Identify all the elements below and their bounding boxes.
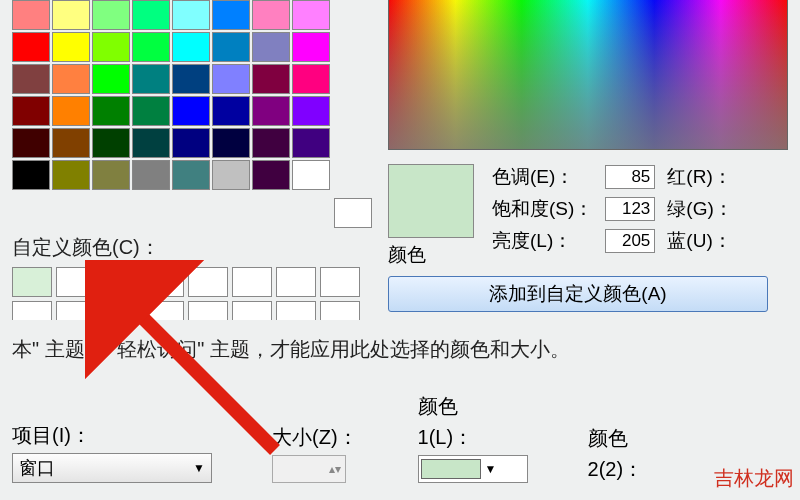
color2-label: 2(2)： [588,456,644,483]
hue-label: 色调(E)： [492,164,593,190]
custom-color-swatch[interactable] [232,267,272,297]
basic-color-swatch[interactable] [92,160,130,190]
basic-color-swatch[interactable] [252,32,290,62]
add-to-custom-button[interactable]: 添加到自定义颜色(A) [388,276,768,312]
chevron-down-icon: ▼ [193,461,205,475]
lum-label: 亮度(L)： [492,228,593,254]
basic-color-swatch[interactable] [12,160,50,190]
basic-color-swatch[interactable] [292,128,330,158]
size-spinner[interactable]: ▴▾ [272,455,346,483]
chevron-down-icon: ▼ [485,462,497,476]
watermark-text: 吉林龙网 [714,465,794,492]
item-combobox[interactable]: 窗口 ▼ [12,453,212,483]
hue-input[interactable] [605,165,655,189]
item-value: 窗口 [19,456,55,480]
basic-color-swatch[interactable] [132,96,170,126]
color1-chip [421,459,481,479]
basic-color-swatch[interactable] [132,0,170,30]
basic-color-swatch[interactable] [292,32,330,62]
custom-colors-label: 自定义颜色(C)： [12,234,372,261]
basic-color-swatch[interactable] [132,32,170,62]
custom-color-swatch[interactable] [276,267,316,297]
basic-color-swatch[interactable] [52,64,90,94]
color-spectrum[interactable] [388,0,788,150]
sat-label: 饱和度(S)： [492,196,593,222]
blue-label: 蓝(U)： [667,228,732,254]
basic-color-swatch[interactable] [132,64,170,94]
basic-color-swatch[interactable] [92,96,130,126]
basic-color-swatch[interactable] [252,64,290,94]
color1-heading: 颜色 [418,395,458,417]
basic-color-swatch[interactable] [172,96,210,126]
basic-color-swatch[interactable] [92,128,130,158]
basic-color-swatch[interactable] [212,32,250,62]
basic-color-swatch[interactable] [52,0,90,30]
basic-color-swatch[interactable] [52,96,90,126]
basic-color-swatch[interactable] [292,0,330,30]
lum-input[interactable] [605,229,655,253]
basic-color-swatch[interactable] [252,128,290,158]
basic-color-swatch[interactable] [12,0,50,30]
green-label: 绿(G)： [667,196,732,222]
basic-color-swatch[interactable] [172,32,210,62]
basic-color-swatch[interactable] [12,96,50,126]
hsl-rgb-inputs: 色调(E)： 红(R)： 饱和度(S)： 绿(G)： 亮度(L)： 蓝(U)： [492,164,733,254]
basic-color-swatch[interactable] [172,64,210,94]
theme-hint-text: 本" 主题或 "轻松访问" 主题，才能应用此处选择的颜色和大小。 [12,336,788,363]
custom-color-swatch[interactable] [144,267,184,297]
basic-color-swatch[interactable] [92,0,130,30]
basic-color-swatch[interactable] [12,64,50,94]
preview-group: 颜色 [388,164,474,268]
color2-heading: 颜色 [588,427,628,449]
custom-color-swatch[interactable] [100,267,140,297]
item-group: 项目(I)： 窗口 ▼ [12,422,212,483]
color2-group: 颜色 2(2)： [588,425,644,483]
color1-combobox[interactable]: ▼ [418,455,528,483]
basic-color-swatch[interactable] [212,64,250,94]
basic-color-swatch[interactable] [252,0,290,30]
basic-color-swatch[interactable] [212,128,250,158]
basic-color-swatch[interactable] [252,96,290,126]
basic-color-swatch[interactable] [132,160,170,190]
basic-color-swatch[interactable] [212,96,250,126]
item-label: 项目(I)： [12,422,212,449]
basic-color-swatch[interactable] [172,128,210,158]
custom-color-swatch[interactable] [56,267,96,297]
basic-color-swatch[interactable] [292,96,330,126]
extra-swatch[interactable] [334,198,372,228]
basic-color-swatch[interactable] [172,0,210,30]
basic-color-swatch[interactable] [12,128,50,158]
basic-color-swatch[interactable] [292,160,330,190]
custom-color-swatch[interactable] [12,267,52,297]
custom-color-swatch[interactable] [320,267,360,297]
basic-color-swatch[interactable] [212,160,250,190]
basic-color-swatch[interactable] [52,128,90,158]
basic-color-swatch[interactable] [132,128,170,158]
size-label: 大小(Z)： [272,424,358,451]
color-preview-label: 颜色 [388,242,474,268]
sat-input[interactable] [605,197,655,221]
color1-label: 1(L)： [418,424,528,451]
basic-color-swatch[interactable] [252,160,290,190]
basic-color-swatch[interactable] [12,32,50,62]
basic-color-swatch[interactable] [52,160,90,190]
basic-color-swatch[interactable] [52,32,90,62]
basic-color-swatch[interactable] [212,0,250,30]
basic-color-swatch[interactable] [172,160,210,190]
custom-color-swatch[interactable] [188,267,228,297]
appearance-settings-window: 本" 主题或 "轻松访问" 主题，才能应用此处选择的颜色和大小。 项目(I)： … [0,320,800,499]
basic-colors-grid [12,0,352,190]
basic-color-swatch[interactable] [92,32,130,62]
size-group: 大小(Z)： ▴▾ [272,424,358,483]
spinner-icon: ▴▾ [329,462,341,476]
color1-group: 颜色 1(L)： ▼ [418,393,528,483]
color-preview [388,164,474,238]
basic-color-swatch[interactable] [292,64,330,94]
red-label: 红(R)： [667,164,732,190]
basic-color-swatch[interactable] [92,64,130,94]
